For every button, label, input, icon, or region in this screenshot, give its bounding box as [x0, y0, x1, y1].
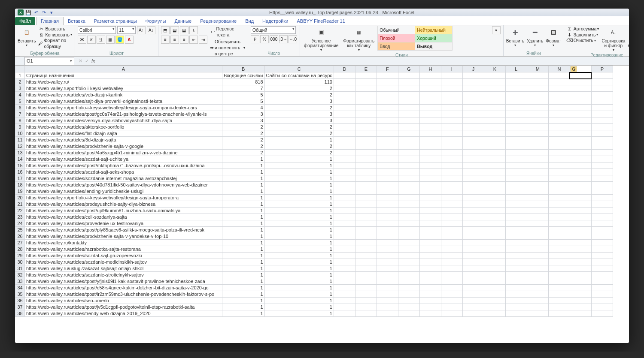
cell[interactable] — [548, 240, 570, 246]
cell[interactable] — [527, 98, 548, 105]
insert-cells-button[interactable]: ➕Вставить▾ — [506, 26, 524, 48]
cell[interactable] — [441, 117, 462, 124]
cell[interactable] — [591, 79, 613, 85]
cell[interactable] — [419, 298, 441, 304]
cell[interactable] — [527, 117, 548, 124]
cell[interactable] — [591, 220, 613, 227]
cell[interactable] — [570, 105, 591, 111]
cell[interactable] — [377, 150, 398, 156]
cell[interactable] — [441, 124, 462, 130]
cell[interactable]: 3 — [222, 111, 265, 117]
cell[interactable] — [505, 92, 527, 98]
cell[interactable] — [398, 220, 419, 227]
cell[interactable]: 2 — [264, 85, 334, 92]
cell[interactable]: https://web-valley.ru/articles/provedeni… — [25, 220, 222, 227]
redo-icon[interactable]: ↷ — [41, 9, 47, 15]
cell[interactable] — [591, 98, 613, 105]
style-neutral[interactable]: Нейтральный — [415, 26, 453, 34]
cell[interactable]: 1 — [222, 182, 265, 188]
cell[interactable] — [591, 137, 613, 143]
cell[interactable] — [484, 169, 505, 175]
copy-button[interactable]: ⎘Копировать ▾ — [38, 32, 72, 38]
align-right-icon[interactable]: ≡ — [180, 36, 188, 44]
cell[interactable] — [484, 130, 505, 137]
cell[interactable] — [441, 111, 462, 117]
cell[interactable]: 1 — [264, 304, 334, 310]
cell[interactable] — [398, 162, 419, 169]
cell[interactable] — [377, 272, 398, 278]
cell[interactable]: https://web-valley.ru/articles/tpost/mkf… — [25, 162, 222, 169]
cell[interactable] — [591, 278, 613, 285]
row-header[interactable]: 15 — [15, 162, 25, 169]
cell[interactable]: https://web-valley.ru/articles/tpost/4a6… — [25, 150, 222, 156]
cell[interactable] — [548, 72, 570, 79]
cell[interactable]: 2 — [222, 124, 265, 130]
cell[interactable] — [570, 265, 591, 272]
cell[interactable] — [591, 124, 613, 130]
cell[interactable]: 2 — [264, 92, 334, 98]
cell[interactable] — [591, 304, 613, 310]
cell[interactable] — [591, 195, 613, 201]
cell[interactable] — [419, 259, 441, 265]
cell[interactable] — [505, 188, 527, 195]
cell[interactable] — [591, 111, 613, 117]
cell[interactable] — [462, 304, 484, 310]
cell[interactable] — [419, 208, 441, 214]
cell[interactable] — [462, 201, 484, 208]
font-color-button[interactable]: A — [125, 36, 134, 44]
cell[interactable] — [355, 214, 377, 220]
cell[interactable] — [570, 259, 591, 265]
cell[interactable] — [334, 246, 355, 253]
cell[interactable]: https://web-valley.ru/articles/trendy-we… — [25, 310, 222, 317]
cell[interactable] — [548, 175, 570, 182]
cell[interactable] — [398, 246, 419, 253]
row-header[interactable]: 4 — [15, 92, 25, 98]
cell[interactable] — [462, 240, 484, 246]
cell[interactable] — [419, 253, 441, 259]
cell[interactable] — [334, 182, 355, 188]
cell[interactable]: 1 — [222, 214, 265, 220]
cell[interactable] — [355, 124, 377, 130]
cell[interactable] — [505, 285, 527, 291]
cell[interactable] — [398, 214, 419, 220]
cell[interactable] — [484, 137, 505, 143]
cell[interactable] — [355, 79, 377, 85]
cell[interactable] — [334, 130, 355, 137]
column-header-J[interactable]: J — [462, 66, 484, 72]
cell[interactable] — [377, 117, 398, 124]
cell[interactable] — [548, 111, 570, 117]
cell[interactable] — [505, 182, 527, 188]
row-header[interactable]: 35 — [15, 291, 25, 298]
cell[interactable] — [548, 291, 570, 298]
cell[interactable] — [334, 227, 355, 233]
column-header-C[interactable]: C — [264, 66, 334, 72]
cell[interactable] — [441, 233, 462, 240]
cell[interactable] — [355, 143, 377, 150]
cell[interactable]: 1 — [264, 265, 334, 272]
cell[interactable] — [505, 169, 527, 175]
cell[interactable] — [441, 265, 462, 272]
style-output[interactable]: Вывод — [415, 42, 453, 51]
cell[interactable] — [484, 79, 505, 85]
cell[interactable] — [484, 175, 505, 182]
cell[interactable] — [377, 208, 398, 214]
cell[interactable] — [355, 195, 377, 201]
cell[interactable] — [419, 220, 441, 227]
cell[interactable] — [419, 246, 441, 253]
cell[interactable] — [419, 105, 441, 111]
cell[interactable] — [334, 233, 355, 240]
cell[interactable] — [419, 156, 441, 162]
cell[interactable]: 1 — [264, 246, 334, 253]
cell[interactable] — [505, 253, 527, 259]
cell[interactable] — [505, 72, 527, 79]
cell[interactable] — [377, 253, 398, 259]
row-header[interactable]: 17 — [15, 175, 25, 182]
cell[interactable] — [334, 169, 355, 175]
cell[interactable] — [334, 150, 355, 156]
cell[interactable] — [355, 304, 377, 310]
cell[interactable]: https://web-valley.ru/articles/prodvizhe… — [25, 233, 222, 240]
cell[interactable] — [398, 291, 419, 298]
cell[interactable] — [548, 227, 570, 233]
cell[interactable]: 5 — [222, 92, 265, 98]
cell[interactable] — [462, 98, 484, 105]
